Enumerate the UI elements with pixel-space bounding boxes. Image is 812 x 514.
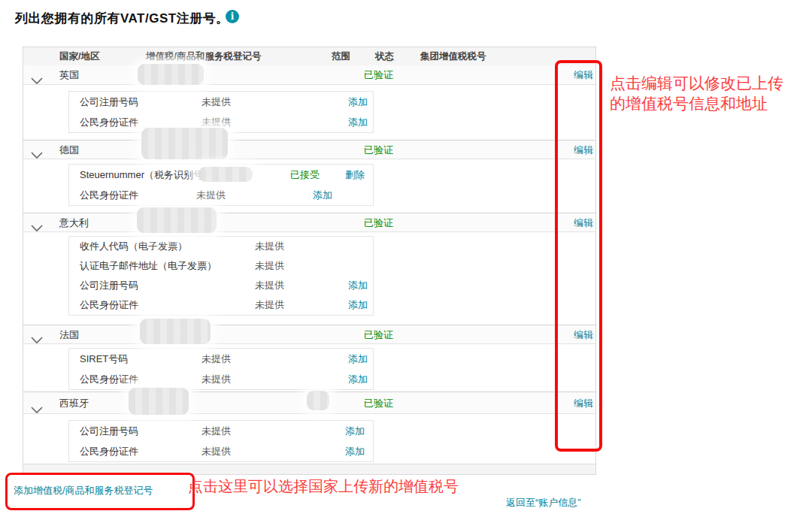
edit-link[interactable]: 编辑 (574, 325, 593, 345)
add-link[interactable]: 添加 (313, 185, 332, 205)
country-detail-box: 公司注册号码未提供添加公民身份证件未提供添加 (68, 420, 374, 462)
edit-annotation-line2: 的增值税号信息和地址 (610, 93, 783, 113)
add-vat-registration-link[interactable]: 添加增值税/商品和服务税登记号 (14, 484, 153, 497)
sub-row-value: 未提供 (201, 92, 231, 112)
column-header: 集团增值税税号 (420, 47, 486, 65)
add-link[interactable]: 添加 (345, 441, 365, 461)
sub-row-value: 未提供 (255, 276, 284, 295)
edit-link[interactable]: 编辑 (574, 392, 593, 415)
country-detail-box: 公司注册号码未提供添加公民身份证件未提供添加 (68, 91, 374, 133)
status-verified: 已验证 (364, 213, 393, 233)
sub-row-label: 公司注册号码 (80, 92, 138, 112)
sub-row-value: 未提供 (255, 256, 284, 276)
edit-link[interactable]: 编辑 (574, 65, 593, 85)
redacted-value-blob (141, 128, 228, 159)
redacted-value-blob (137, 207, 217, 233)
sub-row-value: 未提供 (201, 349, 231, 369)
info-icon[interactable]: i (226, 10, 239, 23)
sub-row-label: Steuernummer（税务识别号） (80, 165, 213, 185)
redacted-value-blob (140, 319, 211, 344)
delete-link[interactable]: 删除 (345, 165, 365, 185)
add-link[interactable]: 添加 (348, 92, 368, 112)
sub-row-label: 公民身份证件 (80, 185, 138, 205)
country-name: 德国 (59, 141, 79, 160)
country-row: 英国已验证编辑 (23, 65, 595, 85)
sub-row: SIRET号码未提供添加 (69, 349, 373, 369)
sub-row-value: 未提供 (201, 441, 231, 461)
status-verified: 已验证 (364, 141, 393, 160)
status-verified: 已验证 (364, 392, 393, 415)
vat-table: 国家/地区增值税/商品和服务税登记号范围状态集团增值税税号 英国已验证编辑公司注… (23, 47, 596, 475)
sub-row: 公民身份证件未提供添加 (69, 369, 373, 389)
add-link[interactable]: 添加 (348, 369, 368, 389)
page-title: 列出您拥有的所有VAT/GST注册号。 (15, 10, 229, 27)
sub-row-value: 未提供 (255, 237, 284, 256)
edit-annotation-text: 点击编辑可以修改已上传 的增值税号信息和地址 (610, 73, 783, 113)
sub-row-label: SIRET号码 (80, 349, 128, 369)
add-link[interactable]: 添加 (348, 349, 368, 369)
sub-row-label: 公民身份证件 (80, 369, 138, 389)
sub-row-label: 公司注册号码 (80, 276, 138, 295)
edit-link[interactable]: 编辑 (574, 141, 593, 160)
sub-row-label: 公民身份证件 (80, 441, 138, 461)
country-row: 意大利已验证编辑 (23, 213, 595, 232)
column-header: 增值税/商品和服务税登记号 (146, 47, 261, 65)
country-name: 法国 (59, 325, 79, 345)
country-row: 德国已验证编辑 (23, 140, 595, 159)
chevron-down-icon[interactable] (31, 331, 43, 338)
return-to-account-info-link[interactable]: 返回至“账户信息” (506, 496, 581, 509)
country-name: 意大利 (59, 213, 89, 233)
sub-row-label: 公民身份证件 (80, 112, 138, 132)
country-row: 法国已验证编辑 (23, 325, 595, 344)
add-link[interactable]: 添加 (348, 112, 368, 132)
sub-row: 认证电子邮件地址（电子发票）未提供 (69, 256, 373, 276)
sub-row: 公民身份证件未提供添加 (69, 295, 373, 315)
column-header: 范围 (332, 47, 350, 65)
table-footer-strip (23, 464, 595, 474)
country-detail-box: SIRET号码未提供添加公民身份证件未提供添加 (68, 348, 374, 390)
sub-row: 公司注册号码未提供添加 (69, 276, 373, 295)
country-name: 英国 (59, 65, 79, 85)
status-accepted: 已接受 (290, 165, 320, 185)
vat-registration-page: 列出您拥有的所有VAT/GST注册号。 i 国家/地区增值税/商品和服务税登记号… (0, 0, 812, 514)
edit-annotation-line1: 点击编辑可以修改已上传 (610, 73, 783, 93)
add-link[interactable]: 添加 (348, 276, 368, 295)
country-name: 西班牙 (59, 392, 89, 415)
chevron-down-icon[interactable] (31, 71, 43, 79)
chevron-down-icon[interactable] (31, 399, 43, 407)
redacted-value-blob (198, 167, 253, 182)
sub-row: 收件人代码（电子发票）未提供 (69, 237, 373, 256)
sub-row-value: 未提供 (255, 295, 284, 315)
chevron-down-icon[interactable] (31, 146, 43, 153)
sub-row-label: 收件人代码（电子发票） (80, 237, 187, 256)
redacted-value-blob (138, 64, 204, 85)
chevron-down-icon[interactable] (31, 219, 43, 226)
sub-row-value: 未提供 (196, 185, 226, 205)
sub-row-label: 公民身份证件 (80, 295, 138, 315)
add-annotation-text: 点击这里可以选择国家上传新的增值税号 (188, 476, 459, 497)
sub-row: 公司注册号码未提供添加 (69, 92, 373, 112)
redacted-value-blob (307, 391, 329, 410)
sub-row: 公民身份证件未提供添加 (69, 441, 373, 461)
sub-row: 公民身份证件未提供添加 (69, 185, 373, 205)
edit-link[interactable]: 编辑 (574, 213, 593, 233)
sub-row-value: 未提供 (201, 421, 231, 441)
add-link[interactable]: 添加 (345, 421, 365, 441)
sub-row: 公司注册号码未提供添加 (69, 421, 373, 441)
table-header-row: 国家/地区增值税/商品和服务税登记号范围状态集团增值税税号 (23, 47, 595, 66)
add-link[interactable]: 添加 (348, 295, 368, 315)
country-detail-box: 收件人代码（电子发票）未提供认证电子邮件地址（电子发票）未提供公司注册号码未提供… (68, 236, 374, 316)
sub-row-label: 认证电子邮件地址（电子发票） (80, 256, 217, 276)
status-verified: 已验证 (364, 65, 393, 85)
sub-row-value: 未提供 (201, 369, 231, 389)
redacted-value-blob (129, 388, 189, 415)
column-header: 国家/地区 (59, 47, 99, 65)
sub-row-label: 公司注册号码 (80, 421, 138, 441)
column-header: 状态 (375, 47, 394, 65)
status-verified: 已验证 (364, 325, 393, 345)
